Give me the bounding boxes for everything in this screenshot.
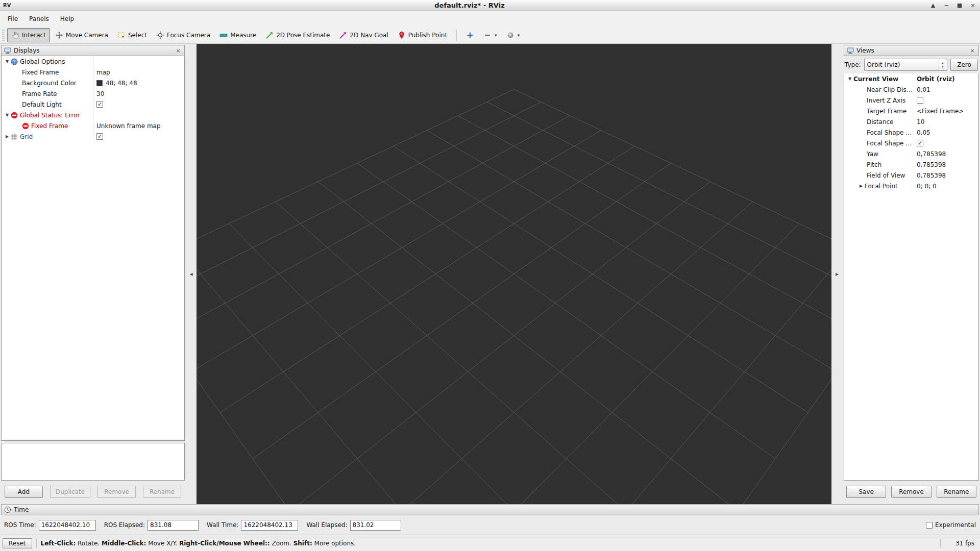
close-icon[interactable]: × xyxy=(969,47,976,54)
tree-row[interactable]: ▶Grid xyxy=(2,131,184,142)
error-icon xyxy=(11,112,20,119)
tree-row[interactable]: Frame Rate30 xyxy=(2,88,184,99)
property-value xyxy=(914,95,978,106)
tree-row[interactable]: Fixed FrameUnknown frame map xyxy=(2,120,184,131)
collapse-left-icon[interactable]: ◀ xyxy=(189,272,192,277)
wall-elapsed-input[interactable] xyxy=(350,520,401,531)
tree-row[interactable]: Pitch0,785398 xyxy=(844,159,978,170)
property-name: Default Light xyxy=(22,101,62,108)
property-value: 0,01 xyxy=(914,84,978,95)
value-text: Unknown frame map xyxy=(96,122,161,130)
minimize-window-icon[interactable]: − xyxy=(942,2,950,10)
tool-button-2d-pose-estimate[interactable]: 2D Pose Estimate xyxy=(261,28,334,42)
fps-counter: 31 fps xyxy=(945,540,977,547)
value-text: 30 xyxy=(96,90,104,97)
tree-row[interactable]: Invert Z Axis xyxy=(844,95,978,106)
property-value xyxy=(914,138,978,148)
remove-button[interactable]: Remove xyxy=(891,486,931,498)
tool-button-measure[interactable]: Measure xyxy=(215,28,260,42)
reset-button[interactable]: Reset xyxy=(3,538,32,548)
tool-button-interact[interactable]: Interact xyxy=(7,28,50,42)
save-button[interactable]: Save xyxy=(846,486,886,498)
select-box-icon xyxy=(117,31,126,39)
tool-button-publish-point[interactable]: Publish Point xyxy=(394,28,451,42)
tree-row[interactable]: Near Clip Dist...0,01 xyxy=(844,84,978,95)
tool-properties-button[interactable]: ▾ xyxy=(502,28,524,42)
value-text: <Fixed Frame> xyxy=(917,108,964,115)
close-window-icon[interactable]: × xyxy=(969,2,977,10)
toolbar-separator xyxy=(456,30,457,41)
ruler-icon xyxy=(219,31,228,39)
tool-button-select[interactable]: Select xyxy=(113,28,151,42)
property-value: 0,785398 xyxy=(914,170,978,181)
ros-elapsed-input[interactable] xyxy=(148,520,199,531)
collapse-right-icon[interactable]: ▶ xyxy=(836,272,839,277)
checkbox[interactable] xyxy=(96,101,103,108)
displays-button-row: AddDuplicateRemoveRename xyxy=(1,481,185,503)
toolbar-drag-handle[interactable] xyxy=(2,30,5,41)
displays-panel-icon xyxy=(4,47,11,54)
hand-cursor-icon xyxy=(11,31,19,39)
checkbox[interactable] xyxy=(917,140,923,146)
checkbox[interactable] xyxy=(917,97,923,104)
tool-button-2d-nav-goal[interactable]: 2D Nav Goal xyxy=(335,28,392,42)
ros-time-label: ROS Time: xyxy=(4,521,36,529)
views-tree: ▼Current ViewOrbit (rviz)Near Clip Dist.… xyxy=(844,73,979,481)
tree-row[interactable]: Focal Shape S...0,05 xyxy=(844,127,978,138)
shade-window-icon[interactable]: ▲ xyxy=(929,2,937,10)
spinner-arrows-icon[interactable]: ▴▾ xyxy=(939,60,946,70)
checkbox[interactable] xyxy=(96,133,103,140)
ros-time-input[interactable] xyxy=(39,520,96,531)
add-tool-button[interactable] xyxy=(462,28,478,42)
tree-row[interactable]: ▼Global Options xyxy=(2,56,184,67)
tree-row[interactable]: Fixed Framemap xyxy=(2,67,184,78)
value-text: Orbit (rviz) xyxy=(917,76,955,83)
tree-row[interactable]: Field of View0,785398 xyxy=(844,170,978,181)
tool-bar: Interact Move Camera Select Focus Camera… xyxy=(0,27,980,44)
right-splitter[interactable]: ▶ xyxy=(831,44,843,504)
tree-row[interactable]: Yaw0,785398 xyxy=(844,148,978,159)
menu-panels[interactable]: Panels xyxy=(23,13,55,24)
window-title: default.rviz* - RViz xyxy=(23,2,916,9)
collapse-arrow-icon[interactable]: ▼ xyxy=(4,113,11,117)
view-type-select[interactable]: Orbit (rviz) ▴▾ xyxy=(864,59,947,71)
collapse-arrow-icon[interactable]: ▼ xyxy=(4,59,11,64)
tool-button-focus-camera[interactable]: Focus Camera xyxy=(152,28,214,42)
left-splitter[interactable]: ◀ xyxy=(186,44,197,504)
tree-row[interactable]: ▶Focal Point0; 0; 0 xyxy=(844,181,978,191)
expand-arrow-icon[interactable]: ▶ xyxy=(4,134,11,139)
views-panel-header[interactable]: Views × xyxy=(844,45,979,56)
tree-row[interactable]: Distance10 xyxy=(844,116,978,127)
view-type-row: Type: Orbit (rviz) ▴▾ Zero xyxy=(844,56,979,73)
property-name: Field of View xyxy=(867,172,905,179)
menu-help[interactable]: Help xyxy=(55,13,80,24)
tree-row[interactable]: Background Color48; 48; 48 xyxy=(2,78,184,88)
time-panel-title: Time xyxy=(14,506,976,513)
tree-row[interactable]: ▼Current ViewOrbit (rviz) xyxy=(844,73,978,84)
3d-viewport[interactable] xyxy=(197,44,831,504)
zero-button[interactable]: Zero xyxy=(950,59,978,71)
tree-row[interactable]: ▼Global Status: Error xyxy=(2,110,184,120)
views-panel-title: Views xyxy=(856,47,966,54)
expand-arrow-icon[interactable]: ▶ xyxy=(857,184,865,188)
displays-panel-header[interactable]: Displays × xyxy=(1,45,185,56)
time-panel-header[interactable]: Time xyxy=(1,504,979,515)
display-description-box xyxy=(1,443,185,481)
tree-row[interactable]: Target Frame<Fixed Frame> xyxy=(844,106,978,116)
minus-icon xyxy=(483,31,492,39)
menu-file[interactable]: File xyxy=(2,13,23,24)
property-name: Invert Z Axis xyxy=(867,97,905,104)
rename-button[interactable]: Rename xyxy=(937,486,976,498)
wall-time-input[interactable] xyxy=(241,520,298,531)
close-icon[interactable]: × xyxy=(175,47,182,54)
property-name: Target Frame xyxy=(867,108,906,115)
experimental-checkbox[interactable] xyxy=(926,522,933,529)
tool-button-move-camera[interactable]: Move Camera xyxy=(51,28,112,42)
add-button[interactable]: Add xyxy=(5,486,43,498)
maximize-window-icon[interactable]: ■ xyxy=(955,2,964,10)
tree-row[interactable]: Focal Shape F... xyxy=(844,138,978,148)
collapse-arrow-icon[interactable]: ▼ xyxy=(846,77,853,81)
tree-row[interactable]: Default Light xyxy=(2,99,184,110)
value-text: 0,01 xyxy=(917,86,930,93)
remove-tool-button[interactable]: ▾ xyxy=(479,28,501,42)
